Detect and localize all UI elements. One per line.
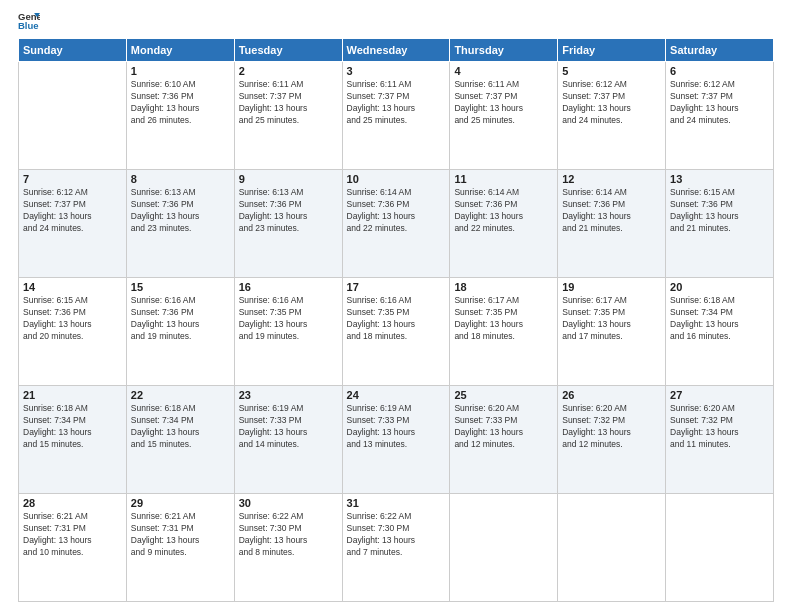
page: General Blue SundayMondayTuesdayWednesda… <box>0 0 792 612</box>
day-number: 5 <box>562 65 661 77</box>
calendar-week: 7Sunrise: 6:12 AMSunset: 7:37 PMDaylight… <box>19 170 774 278</box>
day-info: Sunrise: 6:11 AMSunset: 7:37 PMDaylight:… <box>347 79 446 127</box>
calendar-cell: 28Sunrise: 6:21 AMSunset: 7:31 PMDayligh… <box>19 494 127 602</box>
day-number: 29 <box>131 497 230 509</box>
calendar-cell: 4Sunrise: 6:11 AMSunset: 7:37 PMDaylight… <box>450 62 558 170</box>
day-number: 24 <box>347 389 446 401</box>
calendar-cell: 12Sunrise: 6:14 AMSunset: 7:36 PMDayligh… <box>558 170 666 278</box>
calendar-week: 14Sunrise: 6:15 AMSunset: 7:36 PMDayligh… <box>19 278 774 386</box>
day-info: Sunrise: 6:14 AMSunset: 7:36 PMDaylight:… <box>454 187 553 235</box>
calendar-cell: 1Sunrise: 6:10 AMSunset: 7:36 PMDaylight… <box>126 62 234 170</box>
calendar-table: SundayMondayTuesdayWednesdayThursdayFrid… <box>18 38 774 602</box>
day-number: 15 <box>131 281 230 293</box>
calendar-cell: 27Sunrise: 6:20 AMSunset: 7:32 PMDayligh… <box>666 386 774 494</box>
day-info: Sunrise: 6:10 AMSunset: 7:36 PMDaylight:… <box>131 79 230 127</box>
day-number: 19 <box>562 281 661 293</box>
day-info: Sunrise: 6:14 AMSunset: 7:36 PMDaylight:… <box>562 187 661 235</box>
header-day: Thursday <box>450 39 558 62</box>
calendar-cell: 29Sunrise: 6:21 AMSunset: 7:31 PMDayligh… <box>126 494 234 602</box>
day-number: 22 <box>131 389 230 401</box>
logo: General Blue <box>18 10 42 32</box>
day-info: Sunrise: 6:18 AMSunset: 7:34 PMDaylight:… <box>670 295 769 343</box>
calendar-cell: 8Sunrise: 6:13 AMSunset: 7:36 PMDaylight… <box>126 170 234 278</box>
day-number: 17 <box>347 281 446 293</box>
day-info: Sunrise: 6:16 AMSunset: 7:36 PMDaylight:… <box>131 295 230 343</box>
calendar-cell: 22Sunrise: 6:18 AMSunset: 7:34 PMDayligh… <box>126 386 234 494</box>
day-number: 10 <box>347 173 446 185</box>
calendar-cell: 11Sunrise: 6:14 AMSunset: 7:36 PMDayligh… <box>450 170 558 278</box>
calendar-cell: 31Sunrise: 6:22 AMSunset: 7:30 PMDayligh… <box>342 494 450 602</box>
day-info: Sunrise: 6:16 AMSunset: 7:35 PMDaylight:… <box>347 295 446 343</box>
calendar-cell: 25Sunrise: 6:20 AMSunset: 7:33 PMDayligh… <box>450 386 558 494</box>
day-info: Sunrise: 6:20 AMSunset: 7:32 PMDaylight:… <box>562 403 661 451</box>
day-info: Sunrise: 6:20 AMSunset: 7:32 PMDaylight:… <box>670 403 769 451</box>
day-number: 28 <box>23 497 122 509</box>
calendar-week: 21Sunrise: 6:18 AMSunset: 7:34 PMDayligh… <box>19 386 774 494</box>
day-number: 3 <box>347 65 446 77</box>
day-info: Sunrise: 6:12 AMSunset: 7:37 PMDaylight:… <box>562 79 661 127</box>
calendar-cell: 23Sunrise: 6:19 AMSunset: 7:33 PMDayligh… <box>234 386 342 494</box>
calendar-cell <box>19 62 127 170</box>
day-info: Sunrise: 6:21 AMSunset: 7:31 PMDaylight:… <box>23 511 122 559</box>
header-day: Saturday <box>666 39 774 62</box>
day-info: Sunrise: 6:17 AMSunset: 7:35 PMDaylight:… <box>562 295 661 343</box>
day-number: 20 <box>670 281 769 293</box>
day-info: Sunrise: 6:19 AMSunset: 7:33 PMDaylight:… <box>347 403 446 451</box>
calendar-cell: 6Sunrise: 6:12 AMSunset: 7:37 PMDaylight… <box>666 62 774 170</box>
day-number: 6 <box>670 65 769 77</box>
day-number: 1 <box>131 65 230 77</box>
day-number: 4 <box>454 65 553 77</box>
calendar-week: 1Sunrise: 6:10 AMSunset: 7:36 PMDaylight… <box>19 62 774 170</box>
header-day: Sunday <box>19 39 127 62</box>
calendar-cell: 26Sunrise: 6:20 AMSunset: 7:32 PMDayligh… <box>558 386 666 494</box>
day-number: 23 <box>239 389 338 401</box>
day-info: Sunrise: 6:22 AMSunset: 7:30 PMDaylight:… <box>239 511 338 559</box>
day-info: Sunrise: 6:18 AMSunset: 7:34 PMDaylight:… <box>131 403 230 451</box>
calendar-cell: 24Sunrise: 6:19 AMSunset: 7:33 PMDayligh… <box>342 386 450 494</box>
day-number: 16 <box>239 281 338 293</box>
day-info: Sunrise: 6:18 AMSunset: 7:34 PMDaylight:… <box>23 403 122 451</box>
calendar-cell: 30Sunrise: 6:22 AMSunset: 7:30 PMDayligh… <box>234 494 342 602</box>
day-info: Sunrise: 6:14 AMSunset: 7:36 PMDaylight:… <box>347 187 446 235</box>
day-number: 30 <box>239 497 338 509</box>
day-info: Sunrise: 6:17 AMSunset: 7:35 PMDaylight:… <box>454 295 553 343</box>
logo-icon: General Blue <box>18 10 40 32</box>
day-number: 31 <box>347 497 446 509</box>
day-number: 11 <box>454 173 553 185</box>
calendar-cell: 18Sunrise: 6:17 AMSunset: 7:35 PMDayligh… <box>450 278 558 386</box>
day-info: Sunrise: 6:20 AMSunset: 7:33 PMDaylight:… <box>454 403 553 451</box>
header: General Blue <box>18 10 774 32</box>
calendar-cell: 19Sunrise: 6:17 AMSunset: 7:35 PMDayligh… <box>558 278 666 386</box>
calendar-cell: 9Sunrise: 6:13 AMSunset: 7:36 PMDaylight… <box>234 170 342 278</box>
day-number: 25 <box>454 389 553 401</box>
day-info: Sunrise: 6:11 AMSunset: 7:37 PMDaylight:… <box>239 79 338 127</box>
calendar-cell <box>666 494 774 602</box>
day-number: 21 <box>23 389 122 401</box>
calendar-cell: 3Sunrise: 6:11 AMSunset: 7:37 PMDaylight… <box>342 62 450 170</box>
svg-text:Blue: Blue <box>18 20 39 31</box>
day-info: Sunrise: 6:22 AMSunset: 7:30 PMDaylight:… <box>347 511 446 559</box>
calendar-cell <box>450 494 558 602</box>
day-info: Sunrise: 6:12 AMSunset: 7:37 PMDaylight:… <box>670 79 769 127</box>
day-number: 26 <box>562 389 661 401</box>
day-info: Sunrise: 6:15 AMSunset: 7:36 PMDaylight:… <box>23 295 122 343</box>
calendar-cell <box>558 494 666 602</box>
header-day: Wednesday <box>342 39 450 62</box>
calendar-cell: 10Sunrise: 6:14 AMSunset: 7:36 PMDayligh… <box>342 170 450 278</box>
day-info: Sunrise: 6:19 AMSunset: 7:33 PMDaylight:… <box>239 403 338 451</box>
day-number: 2 <box>239 65 338 77</box>
day-number: 13 <box>670 173 769 185</box>
calendar-cell: 2Sunrise: 6:11 AMSunset: 7:37 PMDaylight… <box>234 62 342 170</box>
day-info: Sunrise: 6:15 AMSunset: 7:36 PMDaylight:… <box>670 187 769 235</box>
day-number: 14 <box>23 281 122 293</box>
calendar-cell: 13Sunrise: 6:15 AMSunset: 7:36 PMDayligh… <box>666 170 774 278</box>
calendar-cell: 5Sunrise: 6:12 AMSunset: 7:37 PMDaylight… <box>558 62 666 170</box>
day-number: 8 <box>131 173 230 185</box>
day-info: Sunrise: 6:16 AMSunset: 7:35 PMDaylight:… <box>239 295 338 343</box>
day-info: Sunrise: 6:13 AMSunset: 7:36 PMDaylight:… <box>131 187 230 235</box>
day-info: Sunrise: 6:11 AMSunset: 7:37 PMDaylight:… <box>454 79 553 127</box>
header-day: Friday <box>558 39 666 62</box>
calendar-week: 28Sunrise: 6:21 AMSunset: 7:31 PMDayligh… <box>19 494 774 602</box>
calendar-cell: 14Sunrise: 6:15 AMSunset: 7:36 PMDayligh… <box>19 278 127 386</box>
day-info: Sunrise: 6:12 AMSunset: 7:37 PMDaylight:… <box>23 187 122 235</box>
